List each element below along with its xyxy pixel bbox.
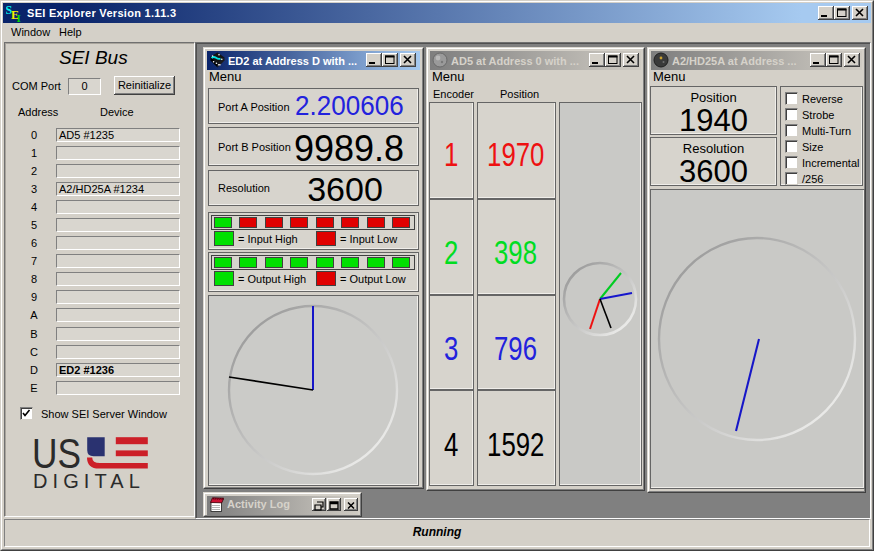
svg-text:I: I xyxy=(17,12,21,23)
